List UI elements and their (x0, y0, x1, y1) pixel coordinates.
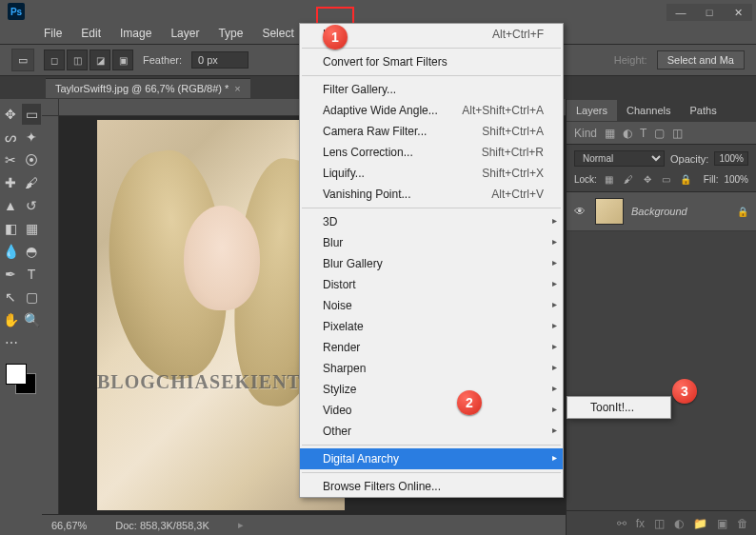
history-brush-tool-icon[interactable]: ↺ (22, 195, 41, 216)
blend-mode-select[interactable]: Normal (574, 150, 665, 167)
zoom-tool-icon[interactable]: 🔍 (22, 309, 41, 330)
status-doc-info[interactable]: Doc: 858,3K/858,3K (115, 520, 209, 531)
path-select-tool-icon[interactable]: ↖ (1, 287, 20, 307)
layer-style-icon[interactable]: fx (636, 517, 645, 530)
tab-channels[interactable]: Channels (617, 100, 680, 121)
adjustment-layer-icon[interactable]: ◐ (674, 517, 684, 530)
mi-distort[interactable]: Distort (300, 274, 563, 295)
ruler-vertical[interactable] (42, 116, 59, 514)
mi-filter-gallery[interactable]: Filter Gallery... (300, 79, 563, 100)
layer-name[interactable]: Background (631, 206, 729, 217)
type-tool-icon[interactable]: T (22, 264, 41, 285)
eyedropper-tool-icon[interactable]: ⦿ (22, 149, 41, 170)
layer-group-icon[interactable]: 📁 (693, 517, 707, 530)
document-tab-title: TaylorSwift9.jpg @ 66,7% (RGB/8#) * (55, 83, 229, 94)
mi-blur[interactable]: Blur (300, 232, 563, 253)
dodge-tool-icon[interactable]: ◓ (22, 241, 41, 262)
filter-smart-icon[interactable]: ◫ (672, 127, 683, 140)
marquee-tool-icon[interactable]: ▭ (22, 104, 41, 125)
lock-transparent-icon[interactable]: ▦ (603, 172, 616, 186)
mi-pixelate[interactable]: Pixelate (300, 316, 563, 337)
lock-position-icon[interactable]: ✥ (641, 172, 654, 186)
feather-label: Feather: (143, 54, 182, 66)
color-swatches[interactable] (4, 362, 38, 396)
selection-new-icon[interactable]: ◻ (44, 50, 65, 70)
pen-tool-icon[interactable]: ✒ (1, 264, 20, 285)
mi-noise[interactable]: Noise (300, 295, 563, 316)
minimize-button[interactable]: — (666, 4, 695, 21)
lock-artboard-icon[interactable]: ▭ (660, 172, 673, 186)
brush-tool-icon[interactable]: 🖌 (22, 172, 41, 193)
gradient-tool-icon[interactable]: ▦ (22, 218, 41, 239)
feather-input[interactable]: 0 px (191, 51, 249, 69)
status-arrow-icon[interactable]: ▸ (238, 519, 244, 531)
mi-liquify[interactable]: Liquify...Shift+Ctrl+X (300, 163, 563, 184)
eraser-tool-icon[interactable]: ◧ (1, 218, 20, 239)
lock-all-icon[interactable]: 🔒 (679, 172, 692, 186)
menu-edit[interactable]: Edit (71, 24, 110, 43)
document-tab[interactable]: TaylorSwift9.jpg @ 66,7% (RGB/8#) * × (46, 78, 250, 98)
selection-add-icon[interactable]: ◫ (67, 50, 88, 70)
layers-panel: Layers Channels Paths Kind ▦ ◐ T ▢ ◫ Nor… (566, 99, 756, 535)
layer-mask-icon[interactable]: ◫ (654, 517, 665, 530)
mi-3d[interactable]: 3D (300, 211, 563, 232)
new-layer-icon[interactable]: ▣ (717, 517, 727, 530)
selection-subtract-icon[interactable]: ◪ (90, 50, 110, 70)
menu-layer[interactable]: Layer (161, 24, 209, 43)
tool-preset-picker[interactable]: ▭ (11, 49, 34, 71)
layer-thumbnail[interactable] (595, 198, 624, 225)
select-and-mask-button[interactable]: Select and Ma (657, 50, 745, 69)
close-button[interactable]: ✕ (724, 4, 752, 21)
move-tool-icon[interactable]: ✥ (1, 104, 20, 125)
layer-visibility-icon[interactable]: 👁 (574, 205, 587, 218)
mi-vanishing-point[interactable]: Vanishing Point...Alt+Ctrl+V (300, 184, 563, 205)
mi-other[interactable]: Other (300, 421, 563, 442)
filter-shape-icon[interactable]: ▢ (654, 127, 665, 140)
maximize-button[interactable]: □ (695, 4, 724, 21)
foreground-color-swatch[interactable] (6, 364, 27, 385)
selection-intersect-icon[interactable]: ▣ (112, 50, 133, 70)
crop-tool-icon[interactable]: ✂ (1, 149, 20, 170)
blur-tool-icon[interactable]: 💧 (1, 241, 20, 262)
panel-tabs: Layers Channels Paths (567, 99, 756, 122)
mi-toonit[interactable]: ToonIt!... (567, 397, 670, 418)
layer-row-background[interactable]: 👁 Background 🔒 (567, 192, 756, 231)
document-tab-close-icon[interactable]: × (234, 83, 240, 94)
mi-blur-gallery[interactable]: Blur Gallery (300, 253, 563, 274)
layer-lock-icon[interactable]: 🔒 (737, 207, 748, 217)
magic-wand-tool-icon[interactable]: ✦ (22, 127, 41, 148)
mi-adaptive-wide-angle[interactable]: Adaptive Wide Angle...Alt+Shift+Ctrl+A (300, 100, 563, 121)
menu-file[interactable]: File (34, 24, 71, 43)
tab-layers[interactable]: Layers (567, 100, 617, 121)
lock-pixels-icon[interactable]: 🖌 (622, 172, 635, 186)
mi-convert-smart[interactable]: Convert for Smart Filters (300, 51, 563, 72)
tab-paths[interactable]: Paths (681, 100, 726, 121)
shape-tool-icon[interactable]: ▢ (22, 287, 41, 307)
lock-label: Lock: (574, 174, 597, 185)
clone-tool-icon[interactable]: ▲ (1, 195, 20, 216)
mi-digital-anarchy[interactable]: Digital Anarchy (300, 448, 563, 469)
lasso-tool-icon[interactable]: ᔕ (1, 127, 20, 148)
menu-select[interactable]: Select (252, 24, 303, 43)
mi-browse-online[interactable]: Browse Filters Online... (300, 476, 563, 497)
mi-lens-correction[interactable]: Lens Correction...Shift+Ctrl+R (300, 142, 563, 163)
mi-render[interactable]: Render (300, 337, 563, 358)
mi-camera-raw[interactable]: Camera Raw Filter...Shift+Ctrl+A (300, 121, 563, 142)
filter-pixel-icon[interactable]: ▦ (605, 127, 615, 140)
mi-video[interactable]: Video (300, 400, 563, 421)
mi-sharpen[interactable]: Sharpen (300, 358, 563, 379)
filter-type-icon[interactable]: T (640, 127, 647, 140)
menu-type[interactable]: Type (209, 24, 252, 43)
link-layers-icon[interactable]: ⚯ (617, 517, 627, 530)
mi-stylize[interactable]: Stylize (300, 379, 563, 400)
edit-toolbar-icon[interactable]: ⋯ (1, 332, 22, 353)
filter-adjust-icon[interactable]: ◐ (623, 127, 632, 140)
opacity-input[interactable]: 100% (714, 151, 748, 166)
menu-image[interactable]: Image (110, 24, 161, 43)
filter-dropdown: LAlt+Ctrl+F Convert for Smart Filters Fi… (299, 23, 564, 498)
delete-layer-icon[interactable]: 🗑 (737, 517, 748, 530)
fill-input[interactable]: 100% (724, 174, 748, 185)
hand-tool-icon[interactable]: ✋ (1, 309, 20, 330)
status-zoom[interactable]: 66,67% (51, 520, 87, 531)
healing-tool-icon[interactable]: ✚ (1, 172, 20, 193)
